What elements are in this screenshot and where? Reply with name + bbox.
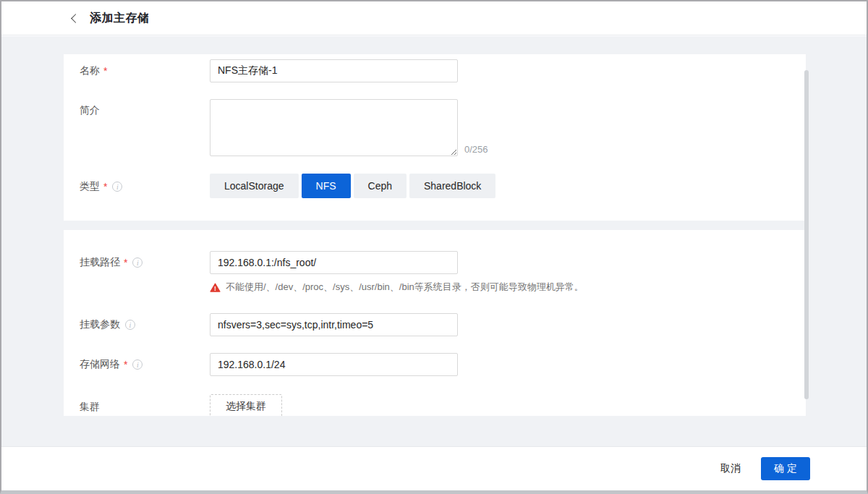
warning-text: 不能使用/、/dev、/proc、/sys、/usr/bin、/bin等系统目录…: [226, 281, 584, 294]
name-label-text: 名称: [80, 64, 100, 77]
storage-network-label-text: 存储网络: [80, 358, 120, 371]
vertical-scrollbar[interactable]: [804, 70, 809, 399]
mount-params-label: 挂载参数 i: [80, 313, 204, 336]
cancel-button[interactable]: 取消: [720, 462, 741, 475]
mount-path-required-mark: *: [124, 257, 127, 268]
mount-params-input[interactable]: [210, 313, 458, 336]
type-option-sharedblock[interactable]: SharedBlock: [409, 174, 495, 198]
warning-icon: !: [210, 283, 221, 292]
storage-network-required-mark: *: [124, 359, 127, 370]
back-icon[interactable]: [71, 14, 80, 23]
description-label: 简介: [80, 99, 204, 122]
page-title: 添加主存储: [90, 11, 150, 26]
mount-path-label-text: 挂载路径: [80, 256, 120, 269]
type-label-text: 类型: [80, 180, 100, 193]
info-icon[interactable]: i: [125, 320, 135, 330]
footer-action-bar: 取消 确 定: [1, 446, 867, 490]
mount-path-input[interactable]: [210, 251, 458, 274]
add-primary-storage-window: 添加主存储 名称* 简介 0/256 类型* i LocalStorage NF…: [0, 0, 868, 494]
storage-network-label: 存储网络* i: [80, 353, 204, 376]
basic-info-card: 名称* 简介 0/256 类型* i LocalStorage NFS Ceph…: [64, 54, 806, 221]
name-input[interactable]: [210, 59, 458, 82]
type-label: 类型* i: [80, 174, 204, 199]
description-label-text: 简介: [80, 104, 100, 117]
mount-params-label-text: 挂载参数: [80, 318, 120, 331]
type-required-mark: *: [103, 181, 107, 192]
mount-settings-card: 挂载路径* i ! 不能使用/、/dev、/proc、/sys、/usr/bin…: [64, 230, 806, 416]
form-content-area: 名称* 简介 0/256 类型* i LocalStorage NFS Ceph…: [1, 36, 867, 446]
page-header: 添加主存储: [1, 1, 867, 35]
type-option-ceph[interactable]: Ceph: [354, 174, 407, 198]
svg-text:!: !: [214, 284, 216, 291]
storage-network-input[interactable]: [210, 353, 458, 376]
mount-path-warning: ! 不能使用/、/dev、/proc、/sys、/usr/bin、/bin等系统…: [210, 281, 584, 294]
info-icon[interactable]: i: [132, 257, 142, 268]
info-icon[interactable]: i: [132, 359, 142, 370]
type-option-localstorage[interactable]: LocalStorage: [210, 174, 299, 198]
info-icon[interactable]: i: [112, 182, 122, 192]
description-textarea[interactable]: [210, 99, 458, 156]
ok-button[interactable]: 确 定: [761, 457, 810, 480]
cluster-label: 集群: [80, 396, 204, 416]
mount-path-label: 挂载路径* i: [80, 251, 204, 274]
storage-type-selector: LocalStorage NFS Ceph SharedBlock: [210, 174, 495, 198]
name-label: 名称*: [80, 59, 204, 82]
description-char-counter: 0/256: [464, 144, 488, 155]
cluster-label-text: 集群: [80, 401, 100, 414]
name-required-mark: *: [103, 65, 107, 77]
select-cluster-button[interactable]: 选择集群: [210, 394, 282, 416]
type-option-nfs[interactable]: NFS: [302, 174, 351, 198]
